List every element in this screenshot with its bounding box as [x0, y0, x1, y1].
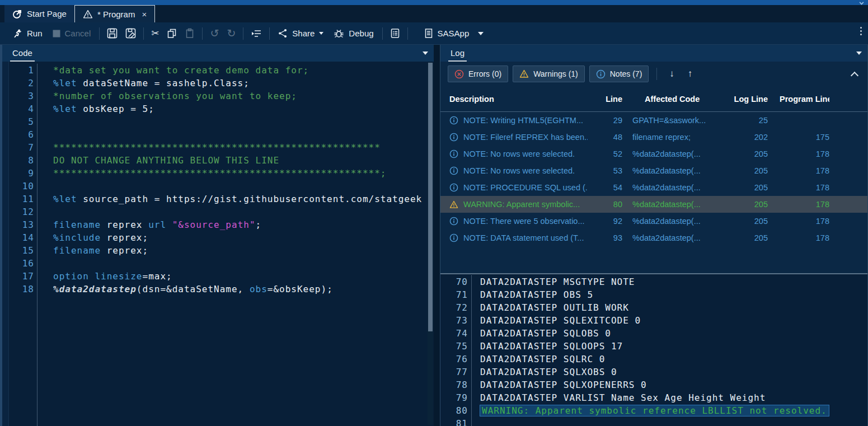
format-code-button[interactable]	[247, 25, 266, 42]
code-line	[53, 128, 434, 141]
row-line: 80	[588, 200, 622, 209]
code-scrollbar-thumb[interactable]	[428, 63, 433, 331]
log-panel-header: Log	[440, 45, 867, 62]
debug-button[interactable]: Debug	[329, 25, 378, 42]
row-affected-code: filename reprex;	[632, 133, 722, 142]
log-line: DATA2DATASTEP SQLEXITCODE 0	[480, 314, 867, 327]
log-line-number: 70	[440, 275, 468, 288]
log-table-row[interactable]: NOTE: No rows were selected.52%data2data…	[440, 146, 867, 162]
row-description: NOTE: PROCEDURE SQL used (...	[463, 183, 588, 192]
row-program-line: 178	[768, 217, 829, 226]
column-header-program-line[interactable]: Program Line	[768, 95, 829, 104]
line-number: 9	[9, 167, 34, 180]
open-log-button[interactable]	[386, 25, 404, 42]
panel-splitter[interactable]	[434, 45, 440, 426]
scissors-icon: ✂	[151, 29, 159, 38]
note-icon	[449, 166, 458, 175]
row-log-line: 205	[722, 166, 768, 175]
log-line: DATA2DATASTEP SQLXOBS 0	[480, 366, 867, 378]
cancel-label: Cancel	[65, 29, 91, 38]
line-number: 4	[9, 102, 34, 115]
tab-start-page[interactable]: Start Page	[4, 5, 74, 22]
row-line: 53	[588, 166, 622, 175]
row-affected-code: %data2datastep(...	[632, 166, 722, 175]
cut-button[interactable]: ✂	[147, 25, 163, 42]
row-program-line: 178	[768, 233, 829, 242]
log-line: DATA2DATASTEP SQLRC 0	[480, 353, 867, 366]
copy-button[interactable]	[163, 25, 181, 42]
next-item-down-button[interactable]: ↓	[665, 68, 679, 79]
errors-filter-button[interactable]: Errors (0)	[448, 65, 508, 82]
row-description: NOTE: No rows were selected.	[463, 166, 588, 175]
note-icon	[449, 183, 458, 192]
toolbar-overflow-menu[interactable]	[857, 27, 865, 35]
row-description: NOTE: There were 5 observatio...	[463, 217, 588, 226]
cancel-button[interactable]: Cancel	[48, 25, 96, 42]
code-panel-dropdown-icon[interactable]	[423, 52, 428, 55]
log-table-row[interactable]: WARNING: Apparent symbolic...80%data2dat…	[440, 196, 867, 213]
save-button[interactable]	[103, 25, 121, 42]
log-line-number: 75	[440, 340, 468, 353]
server-selector[interactable]: SASApp	[419, 25, 489, 42]
log-table-row[interactable]: NOTE: There were 5 observatio...92%data2…	[440, 213, 867, 230]
undo-button[interactable]: ↺	[206, 25, 223, 42]
window-chevron-down-icon[interactable]	[860, 1, 864, 4]
code-line: option linesize=max;	[53, 270, 434, 283]
code-line: *data set you want to create demo data f…	[53, 64, 434, 77]
redo-button[interactable]: ↻	[223, 25, 240, 42]
row-icon-cell	[449, 133, 463, 142]
notes-filter-button[interactable]: Notes (7)	[589, 65, 649, 82]
log-output-view[interactable]: 707172737475767778798081 DATA2DATASTEP M…	[440, 273, 867, 426]
column-header-affected-code[interactable]: Affected Code	[632, 95, 722, 104]
row-icon-cell	[449, 116, 463, 125]
run-button[interactable]: Run	[8, 25, 48, 42]
code-line: filename reprex;	[53, 244, 434, 257]
log-table-row[interactable]: NOTE: Writing HTML5(EGHTM...29GPATH=&sas…	[440, 112, 867, 129]
row-log-line: 205	[722, 200, 768, 209]
log-table-row[interactable]: NOTE: No rows were selected.53%data2data…	[440, 162, 867, 179]
log-table-row[interactable]: NOTE: DATA statement used (T...93%data2d…	[440, 230, 867, 246]
code-scrollbar[interactable]	[428, 63, 433, 425]
log-line: DATA2DATASTEP OBS 5	[480, 288, 867, 301]
row-affected-code: %data2datastep(...	[632, 183, 722, 192]
log-panel-dropdown-icon[interactable]	[856, 52, 862, 55]
debug-bug-icon	[334, 28, 344, 39]
log-line-number: 81	[440, 417, 468, 426]
code-editor[interactable]: 123456789101112131415161718 *data set yo…	[2, 62, 434, 426]
log-table-row[interactable]: NOTE: PROCEDURE SQL used (...54%data2dat…	[440, 179, 867, 196]
column-header-line[interactable]: Line	[588, 95, 622, 104]
line-number: 17	[9, 270, 34, 283]
line-number: 6	[9, 128, 34, 141]
run-icon	[13, 29, 22, 39]
tab-program[interactable]: * Program ×	[74, 5, 155, 22]
row-log-line: 205	[722, 217, 768, 226]
column-header-description[interactable]: Description	[449, 95, 588, 104]
code-line: ****************************************…	[53, 141, 434, 154]
code-line	[53, 257, 434, 270]
log-table-header: Description Line Affected Code Log Line …	[440, 86, 867, 112]
breakpoint-margin[interactable]	[2, 62, 9, 426]
tab-label: Start Page	[27, 9, 67, 18]
share-label: Share	[292, 29, 315, 38]
column-header-log-line[interactable]: Log Line	[722, 95, 768, 104]
tab-close-icon[interactable]: ×	[142, 10, 147, 18]
warning-log-line: WARNING: Apparent symbolic reference LBL…	[480, 405, 829, 416]
note-icon	[449, 133, 458, 142]
save-as-button[interactable]	[121, 25, 140, 42]
note-icon	[449, 233, 458, 242]
warnings-filter-button[interactable]: Warnings (1)	[513, 65, 585, 82]
toolbar-separator	[269, 27, 270, 40]
share-button[interactable]: Share	[273, 25, 329, 42]
paste-button[interactable]	[181, 25, 199, 42]
log-table-row[interactable]: NOTE: Fileref REPREX has been...48filena…	[440, 129, 867, 146]
row-icon-cell	[449, 217, 463, 226]
log-message-table: Description Line Affected Code Log Line …	[440, 86, 867, 246]
row-program-line: 178	[768, 149, 829, 158]
log-filter-bar: Errors (0) Warnings (1) Notes (7)	[440, 62, 867, 86]
code-panel-title[interactable]: Code	[10, 45, 35, 62]
log-panel-title[interactable]: Log	[448, 45, 467, 62]
previous-item-up-button[interactable]: ↑	[683, 68, 697, 79]
log-line-number: 76	[440, 353, 468, 366]
collapse-panel-chevron-icon[interactable]	[851, 71, 858, 77]
row-icon-cell	[449, 166, 463, 175]
